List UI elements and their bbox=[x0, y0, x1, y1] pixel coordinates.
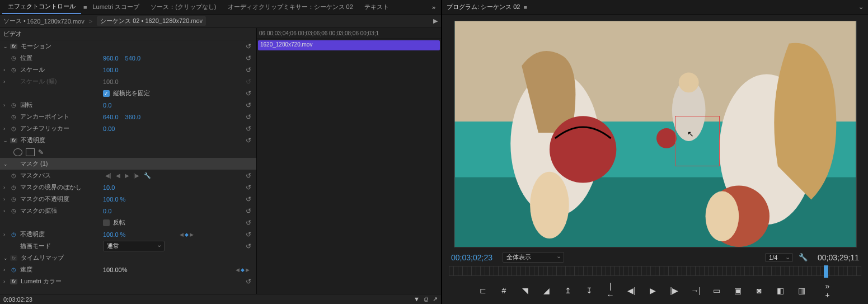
speed-row[interactable]: › ◷ 速度 100.00% ◀ ◆ ▶ bbox=[0, 264, 256, 275]
prev-kf-icon[interactable]: ◀ bbox=[180, 232, 184, 237]
blend-mode-select[interactable]: 通常 bbox=[103, 241, 165, 251]
reset-icon[interactable]: ↺ bbox=[244, 171, 253, 180]
reset-icon[interactable]: ↺ bbox=[244, 183, 253, 192]
extract-icon[interactable]: ▣ bbox=[734, 286, 743, 295]
mask-1-row[interactable]: ⌄ マスク (1) bbox=[0, 158, 256, 170]
reset-icon[interactable]: ↺ bbox=[244, 218, 253, 227]
tab-audio-mixer[interactable]: オーディオクリップミキサー：シーケンス 02 bbox=[222, 1, 359, 13]
export-frame-icon[interactable]: ◙ bbox=[755, 286, 764, 295]
step-fwd-icon[interactable]: |▶ bbox=[670, 286, 679, 295]
add-kf-icon[interactable]: ◆ bbox=[185, 232, 189, 237]
reset-icon[interactable]: ↺ bbox=[244, 195, 253, 204]
rectangle-mask-icon[interactable] bbox=[26, 148, 35, 156]
invert-checkbox[interactable] bbox=[103, 219, 110, 226]
fx-badge[interactable]: fx bbox=[10, 279, 17, 284]
tabs-overflow-icon[interactable]: » bbox=[429, 4, 439, 11]
tab-text[interactable]: テキスト bbox=[359, 1, 395, 13]
rotation-value[interactable]: 0.0 bbox=[103, 102, 111, 109]
position-row[interactable]: ◷ 位置 960.0 540.0 ↺ bbox=[0, 52, 256, 64]
reset-icon[interactable]: ↺ bbox=[244, 42, 253, 51]
blend-mode-row[interactable]: 描画モード 通常 ↺ bbox=[0, 240, 256, 252]
pen-mask-icon[interactable]: ✎ bbox=[38, 148, 47, 156]
stopwatch-icon[interactable]: ◷ bbox=[10, 266, 17, 273]
more-icon[interactable]: » + bbox=[823, 282, 832, 300]
sequence-link[interactable]: シーケンス 02 • 1620_1280x720.mov bbox=[97, 16, 206, 26]
track-back-icon[interactable]: ◀| bbox=[105, 172, 111, 179]
in-point-icon[interactable]: ◥ bbox=[521, 286, 530, 295]
next-kf-icon[interactable]: ▶ bbox=[246, 267, 250, 273]
motion-group[interactable]: ⌄ fx モーション ↺ bbox=[0, 40, 256, 52]
lift-icon[interactable]: ↥ bbox=[564, 286, 573, 295]
mask-overlay[interactable] bbox=[675, 116, 720, 166]
mask-opacity-value[interactable]: 100.0 % bbox=[103, 196, 125, 203]
panel-menu-icon[interactable]: ≡ bbox=[523, 4, 527, 11]
comparison-icon[interactable]: ◧ bbox=[776, 286, 785, 295]
timeline-ruler[interactable]: 06 00;03;04;06 00;03;06;06 00;03;08;06 0… bbox=[257, 28, 441, 39]
safe-margins-icon[interactable]: ▥ bbox=[797, 286, 806, 295]
twirl-down-icon[interactable]: ⌄ bbox=[3, 44, 10, 49]
settings-icon[interactable]: 🔧 bbox=[799, 253, 808, 261]
twirl-down-icon[interactable]: ⌄ bbox=[3, 161, 10, 167]
reset-icon[interactable]: ↺ bbox=[244, 277, 253, 286]
go-in-icon[interactable]: |← bbox=[606, 282, 615, 300]
ellipse-mask-icon[interactable] bbox=[13, 148, 22, 156]
reset-icon[interactable]: ↺ bbox=[244, 242, 253, 251]
insert-icon[interactable]: ↧ bbox=[585, 286, 594, 295]
time-remap-group[interactable]: ⌄ fx タイムリマップ bbox=[0, 252, 256, 264]
stopwatch-icon[interactable]: ◷ bbox=[10, 55, 17, 62]
timeline-clip-bar[interactable]: 1620_1280x720.mov bbox=[258, 40, 440, 50]
opacity-value[interactable]: 100.0 % bbox=[103, 231, 125, 238]
track-next-icon[interactable]: ▶ bbox=[125, 172, 129, 179]
mark-in-icon[interactable]: ⊏ bbox=[478, 286, 487, 295]
playhead[interactable] bbox=[824, 265, 828, 278]
fit-select[interactable]: 全体表示 bbox=[503, 252, 564, 263]
antiflicker-row[interactable]: › ◷ アンチフリッカー 0.00 ↺ bbox=[0, 123, 256, 134]
stopwatch-icon[interactable]: ◷ bbox=[10, 67, 17, 73]
mask-path-row[interactable]: ◷ マスクパス ◀| ◀ ▶ |▶ 🔧 ↺ bbox=[0, 170, 256, 181]
mask-invert-row[interactable]: 反転 ↺ bbox=[0, 217, 256, 228]
stopwatch-icon[interactable]: ◷ bbox=[10, 184, 17, 191]
filter-icon[interactable]: ▼ bbox=[414, 296, 420, 303]
reset-icon[interactable]: ↺ bbox=[244, 207, 253, 216]
wrench-icon[interactable]: 🔧 bbox=[144, 172, 151, 179]
reset-icon[interactable]: ↺ bbox=[244, 113, 253, 121]
lumetri-group[interactable]: › fx Lumetri カラー ↺ bbox=[0, 275, 256, 287]
scale-value[interactable]: 100.0 bbox=[103, 67, 119, 73]
reset-icon[interactable]: ↺ bbox=[244, 101, 253, 110]
resolution-select[interactable]: 1/4 bbox=[765, 253, 793, 262]
program-viewer[interactable]: ↖ bbox=[442, 15, 868, 250]
twirl-down-icon[interactable]: ⌄ bbox=[3, 138, 10, 143]
uniform-scale-checkbox[interactable]: ✓ bbox=[103, 90, 110, 97]
stopwatch-icon[interactable]: ◷ bbox=[10, 114, 17, 120]
tab-effect-controls[interactable]: エフェクトコントロール bbox=[2, 0, 81, 14]
next-kf-icon[interactable]: ▶ bbox=[190, 232, 194, 237]
mask-opacity-row[interactable]: › ◷ マスクの不透明度 100.0 % ↺ bbox=[0, 193, 256, 205]
stopwatch-icon[interactable]: ◷ bbox=[10, 196, 17, 203]
reset-icon[interactable]: ↺ bbox=[244, 66, 253, 74]
overwrite-icon[interactable]: ▭ bbox=[712, 286, 721, 295]
mask-expansion-row[interactable]: › ◷ マスクの拡張 0.0 ↺ bbox=[0, 205, 256, 217]
video-frame[interactable]: ↖ bbox=[454, 21, 857, 247]
anchor-row[interactable]: ◷ アンカーポイント 640.0 360.0 ↺ bbox=[0, 111, 256, 123]
reset-icon[interactable]: ↺ bbox=[244, 230, 253, 239]
track-prev-icon[interactable]: ◀ bbox=[116, 172, 120, 179]
export-icon[interactable]: ↗ bbox=[433, 296, 438, 303]
position-x-value[interactable]: 960.0 bbox=[103, 55, 119, 62]
position-y-value[interactable]: 540.0 bbox=[125, 55, 141, 62]
current-timecode[interactable]: 00;03;02;23 bbox=[451, 253, 492, 262]
anchor-y-value[interactable]: 360.0 bbox=[125, 114, 141, 120]
stopwatch-icon[interactable]: ◷ bbox=[10, 231, 17, 238]
reset-icon[interactable]: ↺ bbox=[244, 54, 253, 63]
twirl-right-icon[interactable]: › bbox=[3, 67, 10, 73]
current-timecode[interactable]: 0:03:02:23 bbox=[3, 296, 32, 303]
opacity-group[interactable]: ⌄ fx 不透明度 ↺ bbox=[0, 134, 256, 146]
tab-source[interactable]: ソース：(クリップなし) bbox=[145, 1, 222, 13]
prev-kf-icon[interactable]: ◀ bbox=[236, 267, 240, 273]
track-fwd-icon[interactable]: |▶ bbox=[134, 172, 140, 179]
stopwatch-icon[interactable]: ◷ bbox=[10, 172, 17, 179]
effect-timeline[interactable]: 06 00;03;04;06 00;03;06;06 00;03;08;06 0… bbox=[256, 28, 441, 294]
antiflicker-value[interactable]: 0.00 bbox=[103, 125, 115, 132]
play-icon[interactable]: ▶ bbox=[649, 286, 658, 295]
play-only-icon[interactable]: ▶ bbox=[433, 17, 438, 25]
speed-value[interactable]: 100.00% bbox=[103, 266, 127, 273]
